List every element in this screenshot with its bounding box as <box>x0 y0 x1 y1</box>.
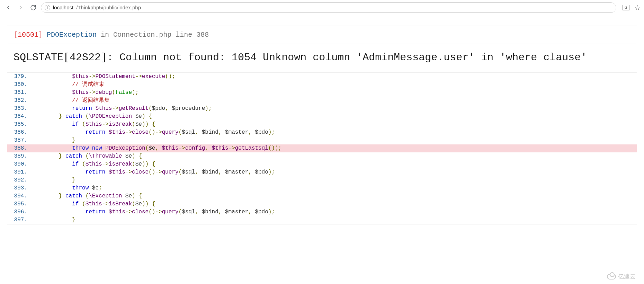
line-code: throw new PDOException($e, $this->config… <box>32 144 637 152</box>
source-line: 391 return $this->close()->query($sql, $… <box>7 168 637 176</box>
source-line: 381 $this->debug(false); <box>7 89 637 97</box>
line-number: 395 <box>7 200 32 208</box>
back-button[interactable] <box>3 3 13 12</box>
line-code: if ($this->isBreak($e)) { <box>32 160 637 168</box>
source-line: 383 return $this->getResult($pdo, $proce… <box>7 105 637 113</box>
url-path: /Thinkphp5/public/index.php <box>76 5 141 10</box>
source-line: 390 if ($this->isBreak($e)) { <box>7 160 637 168</box>
line-number: 388 <box>7 144 32 152</box>
line-number: 384 <box>7 113 32 121</box>
line-number: 393 <box>7 184 32 192</box>
line-number: 392 <box>7 176 32 184</box>
line-number: 390 <box>7 160 32 168</box>
source-line: 395 if ($this->isBreak($e)) { <box>7 200 637 208</box>
line-code: $this->debug(false); <box>32 89 637 97</box>
line-code: } catch (\Throwable $e) { <box>32 152 637 160</box>
line-number: 386 <box>7 128 32 136</box>
error-in-kw: in <box>101 31 109 39</box>
source-line: 384 } catch (\PDOException $e) { <box>7 113 637 121</box>
site-info-icon[interactable]: i <box>45 5 50 10</box>
line-number: 379 <box>7 73 32 81</box>
line-code: } <box>32 176 637 184</box>
source-line: 394 } catch (\Exception $e) { <box>7 192 637 200</box>
address-bar[interactable]: i localhost/Thinkphp5/public/index.php <box>41 2 616 13</box>
line-code: } <box>32 216 637 224</box>
browser-chrome: i localhost/Thinkphp5/public/index.php G… <box>0 0 644 15</box>
reload-button[interactable] <box>28 3 38 12</box>
error-code: [10501] <box>14 31 43 39</box>
error-message: SQLSTATE[42S22]: Column not found: 1054 … <box>7 44 637 73</box>
line-code: if ($this->isBreak($e)) { <box>32 200 637 208</box>
line-code: // 调试结束 <box>32 81 637 89</box>
chrome-right-icons: G ☆ <box>619 3 641 12</box>
error-line: 388 <box>196 31 209 39</box>
line-number: 380 <box>7 81 32 89</box>
error-panel: [10501] PDOException in Connection.php l… <box>7 26 637 224</box>
source-line: 386 return $this->close()->query($sql, $… <box>7 128 637 136</box>
page-content: [10501] PDOException in Connection.php l… <box>0 15 644 224</box>
error-exception-class[interactable]: PDOException <box>47 31 97 39</box>
line-code: } <box>32 136 637 144</box>
source-line: 388 throw new PDOException($e, $this->co… <box>7 144 637 152</box>
cloud-icon <box>607 274 616 279</box>
line-code: return $this->close()->query($sql, $bind… <box>32 208 637 216</box>
line-number: 391 <box>7 168 32 176</box>
line-number: 394 <box>7 192 32 200</box>
forward-button[interactable] <box>16 3 26 12</box>
line-code: return $this->close()->query($sql, $bind… <box>32 168 637 176</box>
source-line: 387 } <box>7 136 637 144</box>
error-file: Connection.php <box>113 31 171 39</box>
bookmark-star-icon[interactable]: ☆ <box>634 3 641 12</box>
source-line: 382 // 返回结果集 <box>7 97 637 105</box>
watermark-text: 亿速云 <box>618 273 636 281</box>
line-number: 382 <box>7 97 32 105</box>
line-code: } catch (\PDOException $e) { <box>32 113 637 121</box>
source-line: 396 return $this->close()->query($sql, $… <box>7 208 637 216</box>
line-code: $this->PDOStatement->execute(); <box>32 73 637 81</box>
source-line: 380 // 调试结束 <box>7 81 637 89</box>
line-number: 389 <box>7 152 32 160</box>
source-line: 379 $this->PDOStatement->execute(); <box>7 73 637 81</box>
source-line: 397 } <box>7 216 637 224</box>
source-code-listing: 379 $this->PDOStatement->execute();380 /… <box>7 73 637 224</box>
line-number: 397 <box>7 216 32 224</box>
source-line: 389 } catch (\Throwable $e) { <box>7 152 637 160</box>
line-code: // 返回结果集 <box>32 97 637 105</box>
translate-icon[interactable]: G <box>623 5 629 10</box>
line-code: if ($this->isBreak($e)) { <box>32 121 637 128</box>
error-header: [10501] PDOException in Connection.php l… <box>7 26 637 44</box>
line-number: 381 <box>7 89 32 97</box>
line-number: 387 <box>7 136 32 144</box>
url-host: localhost <box>53 5 73 10</box>
line-number: 396 <box>7 208 32 216</box>
line-number: 383 <box>7 105 32 113</box>
line-code: throw $e; <box>32 184 637 192</box>
line-code: return $this->close()->query($sql, $bind… <box>32 128 637 136</box>
line-code: return $this->getResult($pdo, $procedure… <box>32 105 637 113</box>
source-line: 393 throw $e; <box>7 184 637 192</box>
error-line-kw: line <box>176 31 192 39</box>
source-line: 392 } <box>7 176 637 184</box>
line-number: 385 <box>7 121 32 128</box>
line-code: } catch (\Exception $e) { <box>32 192 637 200</box>
watermark: 亿速云 <box>607 273 636 281</box>
source-line: 385 if ($this->isBreak($e)) { <box>7 121 637 128</box>
